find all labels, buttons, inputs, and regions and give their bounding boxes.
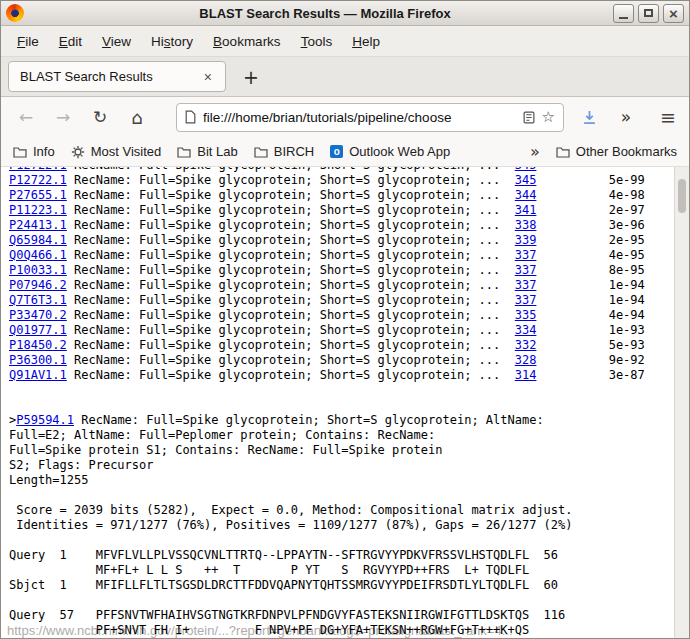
page-icon — [185, 110, 196, 124]
window-controls: × — [613, 4, 684, 23]
menu-edit[interactable]: Edit — [49, 30, 92, 53]
bookmark-label: Info — [33, 144, 55, 159]
hit-description: RecName: Full=Spike glycoprotein; Short=… — [67, 233, 515, 247]
hit-score-link[interactable]: 341 — [515, 203, 537, 217]
home-button[interactable]: ⌂ — [124, 107, 150, 128]
bookmark-most-visited[interactable]: Most Visited — [71, 144, 162, 159]
maximize-button[interactable] — [638, 4, 659, 23]
hit-evalue — [536, 167, 608, 172]
hit-score-link[interactable]: 337 — [515, 263, 537, 277]
scrollbar[interactable] — [674, 167, 689, 639]
hit-accession-link[interactable]: P11223.1 — [9, 203, 67, 217]
toolbar-overflow-button[interactable]: » — [613, 107, 639, 127]
hit-accession-link[interactable]: P27655.1 — [9, 188, 67, 202]
close-icon: × — [669, 6, 678, 21]
hit-accession-link[interactable]: P36300.1 — [9, 353, 67, 367]
bookmark-other-bookmarks[interactable]: Other Bookmarks — [556, 144, 677, 159]
menu-help[interactable]: Help — [342, 30, 390, 53]
menu-file[interactable]: File — [7, 30, 49, 53]
hit-row: P24413.1 RecName: Full=Spike glycoprotei… — [9, 218, 689, 233]
hit-score-link[interactable]: 332 — [515, 338, 537, 352]
hit-evalue: 1e-93 — [536, 323, 644, 337]
bookmark-outlook-web-app[interactable]: oOutlook Web App — [330, 144, 450, 159]
hit-description: RecName: Full=Spike glycoprotein; Short=… — [67, 293, 515, 307]
hit-score-link[interactable]: 344 — [515, 188, 537, 202]
downloads-button[interactable] — [582, 110, 597, 125]
subject-accession-link[interactable]: P59594.1 — [16, 413, 74, 427]
bookmark-star-icon[interactable]: ☆ — [542, 108, 555, 126]
hit-accession-link[interactable]: P12722.1 — [9, 167, 67, 172]
hit-accession-link[interactable]: Q91AV1.1 — [9, 368, 67, 382]
reader-mode-icon[interactable] — [523, 111, 535, 124]
bookmark-birch[interactable]: BIRCH — [254, 144, 314, 159]
app-menu-button[interactable]: ≡ — [655, 106, 681, 128]
address-bar[interactable]: file:///home/brian/tutorials/pipeline/ch… — [176, 103, 564, 132]
reload-button[interactable]: ↻ — [87, 107, 113, 127]
hit-description: RecName: Full=Spike glycoprotein; Short=… — [67, 218, 515, 232]
hit-row: Q7T6T3.1 RecName: Full=Spike glycoprotei… — [9, 293, 689, 308]
hit-score-link[interactable]: 339 — [515, 233, 537, 247]
bookmark-label: Bit Lab — [197, 144, 237, 159]
hit-accession-link[interactable]: P33470.2 — [9, 308, 67, 322]
hit-score-link[interactable]: 337 — [515, 248, 537, 262]
hit-description: RecName: Full=Spike glycoprotein; Short=… — [67, 203, 515, 217]
hit-accession-link[interactable]: P24413.1 — [9, 218, 67, 232]
alignment-detail: >P59594.1 RecName: Full=Spike glycoprote… — [9, 413, 689, 638]
hit-evalue: 5e-93 — [536, 338, 644, 352]
menu-history[interactable]: History — [141, 30, 203, 53]
hit-description: RecName: Full=Spike glycoprotein; Short=… — [67, 167, 515, 172]
tab-blast-search-results[interactable]: BLAST Search Results × — [8, 61, 226, 92]
hit-score-link[interactable]: 345 — [515, 167, 537, 172]
hit-score-link[interactable]: 337 — [515, 293, 537, 307]
hit-score-link[interactable]: 328 — [515, 353, 537, 367]
hit-evalue: 3e-87 — [536, 368, 644, 382]
bookmark-label: Outlook Web App — [349, 144, 450, 159]
close-button[interactable]: × — [663, 4, 684, 23]
hit-accession-link[interactable]: P10033.1 — [9, 263, 67, 277]
folder-icon — [13, 146, 27, 158]
new-tab-button[interactable]: + — [243, 66, 259, 88]
menu-bookmarks[interactable]: Bookmarks — [203, 30, 291, 53]
hit-score-link[interactable]: 338 — [515, 218, 537, 232]
hit-score-link[interactable]: 314 — [515, 368, 537, 382]
bookmarks-overflow-button[interactable]: » — [530, 142, 540, 161]
bookmark-label: Other Bookmarks — [576, 144, 677, 159]
hit-description: RecName: Full=Spike glycoprotein; Short=… — [67, 368, 515, 382]
bookmark-info[interactable]: Info — [13, 144, 55, 159]
folder-icon — [254, 146, 268, 158]
hit-accession-link[interactable]: Q01977.1 — [9, 323, 67, 337]
minimize-icon — [619, 17, 628, 19]
bookmark-label: BIRCH — [274, 144, 314, 159]
outlook-icon: o — [330, 145, 343, 158]
hit-evalue: 2e-95 — [536, 233, 644, 247]
hit-row: P10033.1 RecName: Full=Spike glycoprotei… — [9, 263, 689, 278]
scrollbar-thumb[interactable] — [678, 179, 686, 213]
title-bar[interactable]: BLAST Search Results — Mozilla Firefox × — [1, 1, 689, 26]
hit-accession-link[interactable]: P07946.2 — [9, 278, 67, 292]
hit-accession-link[interactable]: P12722.1 — [9, 173, 67, 187]
tab-close-icon[interactable]: × — [202, 69, 214, 85]
hit-evalue: 4e-94 — [536, 308, 644, 322]
hit-score-link[interactable]: 335 — [515, 308, 537, 322]
menu-view[interactable]: View — [92, 30, 141, 53]
blast-results-page: P12722.1 RecName: Full=Spike glycoprotei… — [1, 167, 689, 638]
hit-row: P07946.2 RecName: Full=Spike glycoprotei… — [9, 278, 689, 293]
forward-button[interactable]: → — [50, 107, 76, 127]
hit-accession-link[interactable]: Q7T6T3.1 — [9, 293, 67, 307]
menu-tools[interactable]: Tools — [291, 30, 343, 53]
minimize-button[interactable] — [613, 4, 634, 23]
gear-icon — [71, 145, 85, 159]
bookmark-bit-lab[interactable]: Bit Lab — [177, 144, 237, 159]
hit-description: RecName: Full=Spike glycoprotein; Short=… — [67, 248, 515, 262]
hit-row: P11223.1 RecName: Full=Spike glycoprotei… — [9, 203, 689, 218]
hit-row: P12722.1 RecName: Full=Spike glycoprotei… — [9, 173, 689, 188]
hit-accession-link[interactable]: Q0Q466.1 — [9, 248, 67, 262]
hit-score-link[interactable]: 337 — [515, 278, 537, 292]
hit-description: RecName: Full=Spike glycoprotein; Short=… — [67, 278, 515, 292]
hit-accession-link[interactable]: P18450.2 — [9, 338, 67, 352]
back-button[interactable]: ← — [13, 107, 39, 127]
hit-accession-link[interactable]: Q65984.1 — [9, 233, 67, 247]
hit-score-link[interactable]: 345 — [515, 173, 537, 187]
hit-description: RecName: Full=Spike glycoprotein; Short=… — [67, 338, 515, 352]
hit-score-link[interactable]: 334 — [515, 323, 537, 337]
